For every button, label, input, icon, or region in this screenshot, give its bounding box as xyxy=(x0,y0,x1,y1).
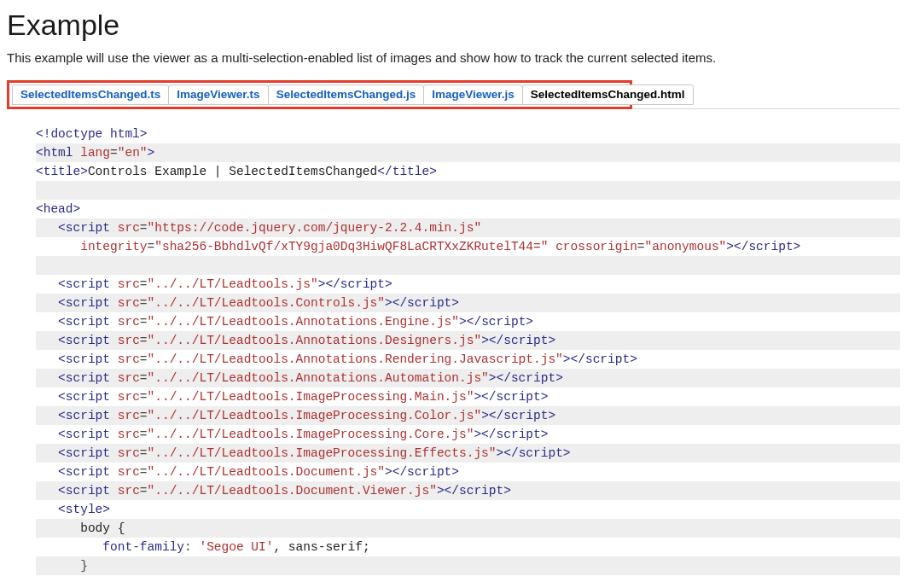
code-token: script xyxy=(407,296,451,310)
code-line: <script src="../../LT/Leadtools.Annotati… xyxy=(36,312,900,331)
code-token: > xyxy=(794,240,801,253)
code-token: ></ xyxy=(459,315,481,329)
code-token: <script xyxy=(58,446,118,460)
code-token: = xyxy=(140,446,148,460)
code-token: > xyxy=(451,296,459,310)
code-token: ></ xyxy=(474,390,496,404)
code-token: script xyxy=(497,390,541,404)
code-token: ></ xyxy=(385,465,407,479)
code-line: <script src="../../LT/Leadtools.Annotati… xyxy=(36,350,900,369)
code-token: ></ xyxy=(563,352,585,366)
code-line xyxy=(36,181,900,200)
code-token: "../../LT/Leadtools.ImageProcessing.Main… xyxy=(148,390,474,404)
code-line: font-family: 'Segoe UI', sans-serif; xyxy=(36,538,900,556)
example-description: This example will use the viewer as a mu… xyxy=(7,50,900,65)
code-token: > xyxy=(541,390,549,404)
code-token: "en" xyxy=(118,146,148,160)
code-token: <head> xyxy=(36,202,80,216)
code-token: > xyxy=(148,146,155,160)
code-line: } xyxy=(36,556,900,575)
code-line: <script src="../../LT/Leadtools.ImagePro… xyxy=(36,387,900,406)
code-token: } xyxy=(80,559,88,573)
tab-imageviewer-ts[interactable]: ImageViewer.ts xyxy=(168,84,268,105)
code-line: <script src="../../LT/Leadtools.ImagePro… xyxy=(36,425,900,444)
code-token: <script xyxy=(58,484,118,498)
code-token: <script xyxy=(58,409,118,422)
code-token: > xyxy=(385,277,392,291)
code-token: ></ xyxy=(497,446,519,460)
code-token: <style> xyxy=(58,503,110,516)
code-token: > xyxy=(541,428,549,441)
code-line: <html lang="en"> xyxy=(36,143,900,162)
code-token: "../../LT/Leadtools.Annotations.Engine.j… xyxy=(148,315,459,329)
code-token: = xyxy=(140,277,148,291)
code-token: ></ xyxy=(385,296,407,310)
code-token: 'Segoe UI' xyxy=(199,540,273,554)
code-token: <script xyxy=(58,221,118,235)
code-token: src xyxy=(118,446,140,460)
code-token: = xyxy=(140,315,148,329)
code-token: = xyxy=(140,428,148,441)
code-token: = xyxy=(140,484,148,498)
code-token: body { xyxy=(80,521,125,535)
code-token: > xyxy=(548,409,555,422)
code-token: "../../LT/Leadtools.Document.js" xyxy=(148,465,385,479)
code-token: src xyxy=(118,428,140,441)
code-token: "../../LT/Leadtools.ImageProcessing.Effe… xyxy=(148,446,497,460)
code-token: = xyxy=(110,146,118,160)
code-token: src xyxy=(118,315,140,329)
code-token: <script xyxy=(58,334,118,347)
code-token: ></ xyxy=(489,371,511,385)
tab-imageviewer-js[interactable]: ImageViewer.js xyxy=(423,84,523,105)
code-line: <title>Controls Example | SelectedItemsC… xyxy=(36,162,900,181)
tabs-bar: SelectedItemsChanged.tsImageViewer.tsSel… xyxy=(12,84,627,105)
code-token: src xyxy=(118,484,140,498)
code-line: <script src="../../LT/Leadtools.Document… xyxy=(36,481,900,500)
tab-selecteditemschanged-js[interactable]: SelectedItemsChanged.js xyxy=(268,84,425,105)
code-token: font-family xyxy=(102,540,184,554)
page-title: Example xyxy=(7,9,900,42)
code-line: <script src="../../LT/Leadtools.ImagePro… xyxy=(36,444,900,463)
code-line: <script src="https://code.jquery.com/jqu… xyxy=(36,218,900,237)
code-token: src xyxy=(118,465,140,479)
code-token: = xyxy=(140,465,148,479)
code-token: <html xyxy=(36,146,80,160)
code-token: src xyxy=(118,371,140,385)
code-line: <script src="../../LT/Leadtools.Annotati… xyxy=(36,369,900,387)
code-token: = xyxy=(140,296,148,310)
code-line: integrity="sha256-BbhdlvQf/xTY9gja0Dq3Hi… xyxy=(36,237,900,256)
code-token: "../../LT/Leadtools.Annotations.Automati… xyxy=(148,371,489,385)
tab-selecteditemschanged-html[interactable]: SelectedItemsChanged.html xyxy=(522,84,694,105)
code-line: <style> xyxy=(36,500,900,519)
code-line: <script src="../../LT/Leadtools.Document… xyxy=(36,463,900,481)
code-token: script xyxy=(503,334,548,347)
tab-selecteditemschanged-ts[interactable]: SelectedItemsChanged.ts xyxy=(12,84,169,105)
code-token: ></ xyxy=(481,409,503,422)
code-token: ></ xyxy=(474,428,496,441)
code-token: integrity xyxy=(80,240,147,253)
code-token: ></ xyxy=(726,240,748,253)
code-token: <title> xyxy=(36,165,88,178)
code-token: src xyxy=(118,277,140,291)
code-token: script xyxy=(459,484,503,498)
code-token: crossorigin xyxy=(555,240,637,253)
code-token: = xyxy=(140,334,148,347)
code-token: <script xyxy=(58,428,118,441)
code-token: > xyxy=(630,352,637,366)
code-token: script xyxy=(407,465,451,479)
code-token: <script xyxy=(58,296,118,310)
code-token: > xyxy=(451,465,459,479)
code-token: > xyxy=(563,446,571,460)
code-token: <script xyxy=(58,371,118,385)
code-token: "anonymous" xyxy=(645,240,727,253)
code-token: > xyxy=(555,371,563,385)
code-token: : xyxy=(184,540,199,554)
code-token: = xyxy=(140,352,148,366)
code-token: <script xyxy=(58,277,118,291)
code-token: = xyxy=(148,240,155,253)
code-line xyxy=(36,256,900,275)
code-token: src xyxy=(118,334,140,347)
code-token: = xyxy=(637,240,645,253)
code-token: > xyxy=(526,315,533,329)
code-line: <script src="../../LT/Leadtools.ImagePro… xyxy=(36,406,900,425)
